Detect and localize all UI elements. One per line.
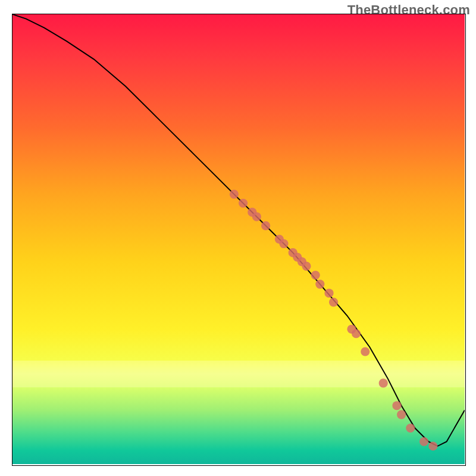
highlight-point	[397, 410, 406, 419]
highlight-point	[261, 221, 270, 230]
watermark-label: TheBottleneck.com	[347, 2, 470, 18]
plot-area	[12, 14, 465, 464]
highlight-point	[248, 208, 256, 217]
highlight-point	[406, 424, 415, 433]
highlight-point	[361, 347, 369, 356]
highlight-point	[324, 289, 333, 298]
highlight-point	[315, 280, 324, 289]
highlight-point	[279, 239, 288, 248]
highlight-point	[293, 253, 302, 262]
highlight-point	[275, 234, 284, 243]
highlight-point	[352, 329, 361, 338]
highlight-point	[298, 257, 306, 266]
highlight-point	[311, 271, 320, 280]
bottleneck-curve	[12, 14, 465, 446]
chart-container: TheBottleneck.com	[0, 0, 476, 476]
chart-svg	[12, 14, 465, 464]
highlight-point	[239, 199, 248, 208]
highlight-point	[252, 212, 261, 221]
highlight-point	[347, 325, 356, 334]
highlight-point	[289, 248, 298, 257]
curve-group	[12, 14, 465, 446]
highlight-point	[419, 437, 428, 446]
highlighted-points-group	[230, 190, 438, 450]
highlight-point	[230, 190, 239, 199]
highlight-point	[379, 378, 388, 387]
highlight-point	[329, 298, 338, 306]
highlight-point	[392, 401, 401, 410]
highlight-point	[428, 441, 437, 450]
highlight-point	[302, 262, 311, 271]
